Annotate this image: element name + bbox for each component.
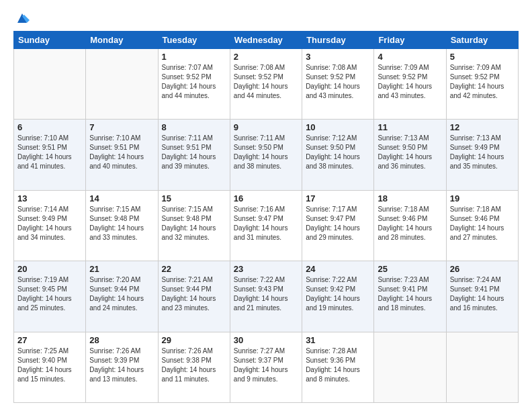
calendar-cell: 3Sunrise: 7:08 AM Sunset: 9:52 PM Daylig… (302, 49, 374, 120)
calendar-cell: 16Sunrise: 7:16 AM Sunset: 9:47 PM Dayli… (230, 190, 302, 261)
day-info: Sunrise: 7:13 AM Sunset: 9:50 PM Dayligh… (378, 134, 442, 171)
day-info: Sunrise: 7:21 AM Sunset: 9:44 PM Dayligh… (162, 275, 226, 313)
day-number: 4 (378, 52, 442, 62)
logo-icon (15, 11, 30, 26)
day-number: 30 (234, 335, 298, 345)
day-number: 28 (89, 335, 154, 345)
calendar-cell (374, 332, 446, 402)
day-number: 22 (162, 264, 226, 274)
day-number: 2 (234, 52, 298, 62)
day-info: Sunrise: 7:07 AM Sunset: 9:52 PM Dayligh… (162, 63, 226, 101)
day-info: Sunrise: 7:22 AM Sunset: 9:43 PM Dayligh… (234, 275, 298, 313)
day-info: Sunrise: 7:15 AM Sunset: 9:48 PM Dayligh… (89, 205, 154, 242)
calendar-cell: 9Sunrise: 7:11 AM Sunset: 9:50 PM Daylig… (230, 120, 302, 190)
day-info: Sunrise: 7:20 AM Sunset: 9:44 PM Dayligh… (89, 275, 154, 313)
calendar-cell: 11Sunrise: 7:13 AM Sunset: 9:50 PM Dayli… (374, 120, 446, 190)
calendar-cell: 27Sunrise: 7:25 AM Sunset: 9:40 PM Dayli… (14, 332, 86, 402)
day-info: Sunrise: 7:14 AM Sunset: 9:49 PM Dayligh… (17, 205, 82, 242)
calendar-cell: 29Sunrise: 7:26 AM Sunset: 9:38 PM Dayli… (158, 332, 230, 402)
calendar-cell: 24Sunrise: 7:22 AM Sunset: 9:42 PM Dayli… (302, 261, 374, 332)
day-number: 8 (162, 122, 226, 132)
header (13, 11, 519, 24)
calendar-cell: 26Sunrise: 7:24 AM Sunset: 9:41 PM Dayli… (446, 261, 518, 332)
day-info: Sunrise: 7:16 AM Sunset: 9:47 PM Dayligh… (234, 205, 298, 242)
day-info: Sunrise: 7:10 AM Sunset: 9:51 PM Dayligh… (89, 134, 154, 171)
col-header-thursday: Thursday (302, 32, 374, 49)
calendar-cell: 17Sunrise: 7:17 AM Sunset: 9:47 PM Dayli… (302, 190, 374, 261)
day-number: 13 (17, 193, 82, 203)
col-header-friday: Friday (374, 32, 446, 49)
col-header-saturday: Saturday (446, 32, 518, 49)
day-info: Sunrise: 7:25 AM Sunset: 9:40 PM Dayligh… (17, 347, 82, 384)
day-info: Sunrise: 7:26 AM Sunset: 9:38 PM Dayligh… (162, 347, 226, 384)
day-info: Sunrise: 7:19 AM Sunset: 9:45 PM Dayligh… (17, 275, 82, 313)
day-info: Sunrise: 7:18 AM Sunset: 9:46 PM Dayligh… (450, 205, 515, 242)
day-info: Sunrise: 7:11 AM Sunset: 9:51 PM Dayligh… (162, 134, 226, 171)
day-info: Sunrise: 7:13 AM Sunset: 9:49 PM Dayligh… (450, 134, 515, 171)
day-info: Sunrise: 7:10 AM Sunset: 9:51 PM Dayligh… (17, 134, 82, 171)
col-header-wednesday: Wednesday (230, 32, 302, 49)
calendar-cell: 23Sunrise: 7:22 AM Sunset: 9:43 PM Dayli… (230, 261, 302, 332)
calendar-cell: 12Sunrise: 7:13 AM Sunset: 9:49 PM Dayli… (446, 120, 518, 190)
day-info: Sunrise: 7:11 AM Sunset: 9:50 PM Dayligh… (234, 134, 298, 171)
day-number: 27 (17, 335, 82, 345)
calendar-cell: 21Sunrise: 7:20 AM Sunset: 9:44 PM Dayli… (86, 261, 158, 332)
day-number: 31 (306, 335, 370, 345)
day-number: 17 (306, 193, 370, 203)
calendar-cell: 22Sunrise: 7:21 AM Sunset: 9:44 PM Dayli… (158, 261, 230, 332)
calendar-cell: 10Sunrise: 7:12 AM Sunset: 9:50 PM Dayli… (302, 120, 374, 190)
day-info: Sunrise: 7:24 AM Sunset: 9:41 PM Dayligh… (450, 275, 515, 313)
calendar-week-row: 13Sunrise: 7:14 AM Sunset: 9:49 PM Dayli… (14, 190, 519, 261)
day-number: 18 (378, 193, 442, 203)
calendar-cell: 31Sunrise: 7:28 AM Sunset: 9:36 PM Dayli… (302, 332, 374, 402)
day-info: Sunrise: 7:23 AM Sunset: 9:41 PM Dayligh… (378, 275, 442, 313)
day-info: Sunrise: 7:26 AM Sunset: 9:39 PM Dayligh… (89, 347, 154, 384)
calendar-cell: 18Sunrise: 7:18 AM Sunset: 9:46 PM Dayli… (374, 190, 446, 261)
day-number: 16 (234, 193, 298, 203)
day-info: Sunrise: 7:09 AM Sunset: 9:52 PM Dayligh… (378, 63, 442, 101)
day-number: 20 (17, 264, 82, 274)
calendar-cell: 7Sunrise: 7:10 AM Sunset: 9:51 PM Daylig… (86, 120, 158, 190)
day-number: 12 (450, 122, 515, 132)
day-number: 15 (162, 193, 226, 203)
col-header-tuesday: Tuesday (158, 32, 230, 49)
day-number: 11 (378, 122, 442, 132)
calendar-week-row: 1Sunrise: 7:07 AM Sunset: 9:52 PM Daylig… (14, 49, 519, 120)
calendar-cell (86, 49, 158, 120)
logo (13, 11, 30, 24)
calendar-cell: 4Sunrise: 7:09 AM Sunset: 9:52 PM Daylig… (374, 49, 446, 120)
day-number: 29 (162, 335, 226, 345)
calendar-cell: 6Sunrise: 7:10 AM Sunset: 9:51 PM Daylig… (14, 120, 86, 190)
day-number: 24 (306, 264, 370, 274)
col-header-monday: Monday (86, 32, 158, 49)
calendar-cell (446, 332, 518, 402)
calendar-cell: 13Sunrise: 7:14 AM Sunset: 9:49 PM Dayli… (14, 190, 86, 261)
calendar-cell: 8Sunrise: 7:11 AM Sunset: 9:51 PM Daylig… (158, 120, 230, 190)
calendar-cell: 1Sunrise: 7:07 AM Sunset: 9:52 PM Daylig… (158, 49, 230, 120)
calendar-cell: 5Sunrise: 7:09 AM Sunset: 9:52 PM Daylig… (446, 49, 518, 120)
calendar-week-row: 6Sunrise: 7:10 AM Sunset: 9:51 PM Daylig… (14, 120, 519, 190)
day-number: 21 (89, 264, 154, 274)
day-number: 10 (306, 122, 370, 132)
day-info: Sunrise: 7:15 AM Sunset: 9:48 PM Dayligh… (162, 205, 226, 242)
day-number: 1 (162, 52, 226, 62)
day-number: 3 (306, 52, 370, 62)
calendar-header-row: SundayMondayTuesdayWednesdayThursdayFrid… (14, 32, 519, 49)
calendar-cell: 19Sunrise: 7:18 AM Sunset: 9:46 PM Dayli… (446, 190, 518, 261)
day-info: Sunrise: 7:27 AM Sunset: 9:37 PM Dayligh… (234, 347, 298, 384)
day-number: 26 (450, 264, 515, 274)
calendar-week-row: 27Sunrise: 7:25 AM Sunset: 9:40 PM Dayli… (14, 332, 519, 402)
day-info: Sunrise: 7:22 AM Sunset: 9:42 PM Dayligh… (306, 275, 370, 313)
day-info: Sunrise: 7:09 AM Sunset: 9:52 PM Dayligh… (450, 63, 515, 101)
calendar-cell: 28Sunrise: 7:26 AM Sunset: 9:39 PM Dayli… (86, 332, 158, 402)
day-number: 14 (89, 193, 154, 203)
day-info: Sunrise: 7:28 AM Sunset: 9:36 PM Dayligh… (306, 347, 370, 384)
calendar-cell: 15Sunrise: 7:15 AM Sunset: 9:48 PM Dayli… (158, 190, 230, 261)
col-header-sunday: Sunday (14, 32, 86, 49)
day-number: 9 (234, 122, 298, 132)
page: SundayMondayTuesdayWednesdayThursdayFrid… (0, 0, 532, 411)
day-number: 7 (89, 122, 154, 132)
calendar-cell: 25Sunrise: 7:23 AM Sunset: 9:41 PM Dayli… (374, 261, 446, 332)
calendar-table: SundayMondayTuesdayWednesdayThursdayFrid… (13, 31, 519, 403)
day-number: 19 (450, 193, 515, 203)
